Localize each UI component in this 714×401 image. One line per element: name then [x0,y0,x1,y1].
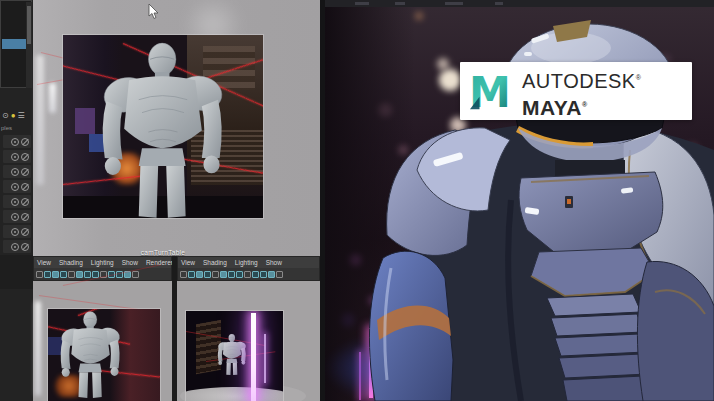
layer-toggle-icon[interactable]: ⊙ [2,112,9,120]
grease-pencil-icon[interactable] [84,271,91,278]
2d-pan-zoom-icon[interactable] [220,271,227,278]
layer-row[interactable] [3,195,31,208]
render-toggle-icon[interactable] [21,183,29,191]
render-view-panel[interactable]: camTurnTable [33,0,320,262]
lock-camera-icon[interactable] [188,271,195,278]
list-menu-icon[interactable]: ☰ [18,112,25,120]
front-view-panel[interactable]: 1500 x 1500 [33,281,172,401]
viewport-toolbar [34,268,171,280]
layer-list [3,135,31,255]
layer-row[interactable] [3,225,31,238]
render-toggle-icon[interactable] [21,243,29,251]
clay-robot-model [63,35,263,218]
scrollbar-thumb[interactable] [27,6,31,44]
lock-camera-icon[interactable] [44,271,51,278]
menu-show[interactable]: Show [122,259,138,266]
camera-attributes-icon[interactable] [52,271,59,278]
final-render-preview [325,0,714,401]
layer-panel-label: ples [1,125,33,131]
turntable-render-image [63,35,263,218]
resolution-gate-icon[interactable] [252,271,259,278]
render-toggle-icon[interactable] [21,168,29,176]
render-toggle-icon[interactable] [21,228,29,236]
arrow-cursor [148,4,159,20]
strip-mark [495,2,503,5]
maya-capture-window: ⊙ ● ☰ ples [0,0,714,401]
bottom-right-panel-bar: View Shading Lighting Show [177,256,320,281]
safe-action-icon[interactable] [276,271,283,278]
outliner-panel[interactable] [0,0,32,88]
visibility-toggle-icon[interactable] [11,168,19,176]
strip-mark [445,2,463,5]
bookmarks-icon[interactable] [204,271,211,278]
autodesk-wordmark: AUTODESK® [522,66,641,93]
select-camera-icon[interactable] [36,271,43,278]
grid-icon[interactable] [236,271,243,278]
scrollbar[interactable] [26,2,32,88]
safe-action-icon[interactable] [132,271,139,278]
sidebar-lower-panel [0,255,33,289]
top-ui-strip [325,0,714,7]
layer-row[interactable] [3,210,31,223]
render-toggle-icon[interactable] [21,138,29,146]
layer-row[interactable] [3,240,31,253]
menu-lighting[interactable]: Lighting [235,259,258,266]
registered-mark: ® [636,74,642,81]
layer-row[interactable] [3,135,31,148]
visibility-toggle-icon[interactable] [11,243,19,251]
menu-view[interactable]: View [37,259,51,266]
render-toggle-icon[interactable] [21,153,29,161]
layer-row[interactable] [3,180,31,193]
strip-mark [395,2,405,5]
2d-pan-zoom-icon[interactable] [76,271,83,278]
render-toggle-icon[interactable] [21,213,29,221]
film-gate-icon[interactable] [244,271,251,278]
maya-wordmark: MAYA® [522,93,641,120]
maya-m-logo: M [468,71,512,113]
visibility-toggle-icon[interactable] [11,153,19,161]
selected-list-item[interactable] [2,39,26,49]
visibility-toggle-icon[interactable] [11,183,19,191]
select-camera-icon[interactable] [180,271,187,278]
viewport-toolbar [178,268,319,280]
badge-text: AUTODESK® MAYA® [522,66,641,120]
gate-mask-icon[interactable] [260,271,267,278]
field-chart-icon[interactable] [268,271,275,278]
visibility-toggle-icon[interactable] [11,138,19,146]
menu-shading[interactable]: Shading [59,259,83,266]
closeup-render-image [48,309,160,401]
maya-left-sidebar: ⊙ ● ☰ ples [0,0,33,401]
color-swatch-icon[interactable]: ● [11,112,16,120]
clay-robot-model [48,309,160,401]
render-toggle-icon[interactable] [21,198,29,206]
registered-mark: ® [582,101,588,108]
menu-shading[interactable]: Shading [203,259,227,266]
layer-row[interactable] [3,150,31,163]
clay-robot-model [213,318,251,390]
visibility-toggle-icon[interactable] [11,213,19,221]
visibility-toggle-icon[interactable] [11,198,19,206]
bookmarks-icon[interactable] [60,271,67,278]
grease-pencil-icon[interactable] [228,271,235,278]
light-ghost [35,301,41,396]
light-ghost [49,83,56,113]
panel-menubar: View Shading Lighting Show [178,257,319,268]
image-plane-icon[interactable] [212,271,219,278]
menu-lighting[interactable]: Lighting [91,259,114,266]
light-ghost [36,55,44,185]
layer-row[interactable] [3,165,31,178]
robot-character-render [325,0,714,401]
camera-name-label: camTurnTable [63,249,263,256]
neon-tube [264,334,266,384]
panel-divider [172,256,177,401]
full-body-view-panel[interactable]: 1500 x 1500 [177,281,320,401]
menu-view[interactable]: View [181,259,195,266]
layer-panel-header: ⊙ ● ☰ [0,109,33,123]
fullbody-render-image [186,311,283,401]
autodesk-maya-badge: M AUTODESK® MAYA® [460,62,692,120]
menu-show[interactable]: Show [266,259,282,266]
neon-tube [251,313,256,401]
image-plane-icon[interactable] [68,271,75,278]
camera-attributes-icon[interactable] [196,271,203,278]
visibility-toggle-icon[interactable] [11,228,19,236]
